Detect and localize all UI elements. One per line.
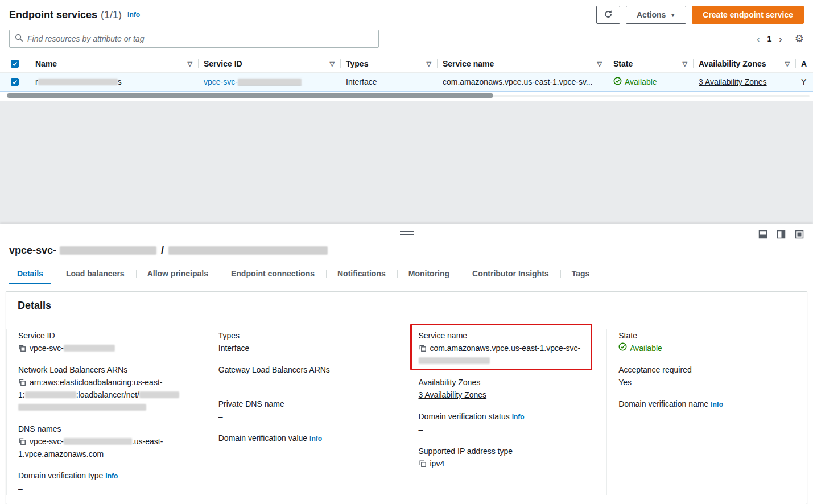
field-domain-verification-name: Domain verification name Info – bbox=[618, 398, 795, 423]
field-dns-names: DNS names vpce-svc-.us-east- 1.vpce.amaz… bbox=[18, 423, 195, 460]
refresh-icon bbox=[604, 10, 613, 20]
details-column-4: State Available Acceptance bbox=[606, 329, 807, 495]
next-page-button[interactable]: › bbox=[778, 33, 782, 44]
filter-icon[interactable]: ▽ bbox=[683, 60, 687, 68]
info-link[interactable]: Info bbox=[512, 413, 525, 421]
status-available-icon bbox=[613, 77, 622, 87]
tab-tags[interactable]: Tags bbox=[560, 263, 601, 284]
field-private-dns-name: Private DNS name – bbox=[218, 398, 395, 423]
create-endpoint-service-button[interactable]: Create endpoint service bbox=[692, 6, 804, 24]
table-header-row: Name ▽ Service ID ▽ Types ▽ Service name… bbox=[0, 55, 813, 73]
tab-allow-principals[interactable]: Allow principals bbox=[136, 263, 220, 284]
copy-icon[interactable] bbox=[419, 460, 427, 468]
tab-notifications[interactable]: Notifications bbox=[326, 263, 397, 284]
field-gateway-lb-arns: Gateway Load Balancers ARNs – bbox=[218, 363, 395, 389]
refresh-button[interactable] bbox=[596, 6, 620, 24]
status-available-icon bbox=[618, 342, 627, 354]
row-name-cell: rs bbox=[30, 77, 198, 86]
details-column-3: Service name com.amazonaws.vpce.us-east-… bbox=[407, 329, 607, 495]
filter-icon[interactable]: ▽ bbox=[330, 60, 335, 68]
column-header-service-id[interactable]: Service ID ▽ bbox=[198, 55, 340, 72]
chevron-down-icon: ▼ bbox=[670, 13, 675, 18]
horizontal-scrollbar[interactable] bbox=[0, 92, 813, 100]
filter-icon[interactable]: ▽ bbox=[785, 60, 790, 68]
status-badge: Available bbox=[625, 77, 657, 86]
details-card: Details Service ID vpce-svc- Network Loa… bbox=[6, 291, 807, 504]
row-service-name-cell: com.amazonaws.vpce.us-east-1.vpce-sv... bbox=[437, 77, 608, 86]
field-service-id: Service ID vpce-svc- bbox=[18, 329, 195, 354]
column-header-availability-zones[interactable]: Availability Zones ▽ bbox=[693, 55, 795, 72]
split-panel-drag-handle[interactable] bbox=[400, 231, 414, 235]
scrollbar-thumb[interactable] bbox=[7, 93, 493, 98]
column-header-name[interactable]: Name ▽ bbox=[30, 55, 198, 72]
column-header-clipped[interactable]: A bbox=[795, 55, 813, 72]
row-clipped-cell: Y bbox=[795, 77, 813, 86]
info-link[interactable]: Info bbox=[127, 11, 140, 19]
service-id-link[interactable]: vpce-svc- bbox=[204, 77, 302, 86]
previous-page-button[interactable]: ‹ bbox=[757, 33, 761, 44]
redacted-text bbox=[38, 79, 118, 85]
split-panel-layout-controls bbox=[758, 230, 804, 239]
copy-icon[interactable] bbox=[419, 344, 427, 352]
details-column-2: Types Interface Gateway Load Balancers A… bbox=[207, 329, 407, 495]
current-page[interactable]: 1 bbox=[767, 34, 771, 43]
field-service-name: Service name com.amazonaws.vpce.us-east-… bbox=[419, 329, 596, 367]
select-all-checkbox[interactable] bbox=[11, 60, 19, 68]
settings-gear-icon[interactable]: ⚙ bbox=[795, 32, 804, 45]
select-all-cell bbox=[0, 55, 30, 72]
filter-icon[interactable]: ▽ bbox=[188, 60, 192, 68]
field-nlb-arns: Network Load Balancers ARNs arn:aws:elas… bbox=[18, 363, 195, 414]
search-box[interactable] bbox=[9, 30, 379, 48]
search-icon bbox=[15, 34, 23, 44]
copy-icon[interactable] bbox=[18, 437, 26, 445]
row-service-id-cell: vpce-svc- bbox=[198, 77, 340, 86]
actions-button[interactable]: Actions ▼ bbox=[626, 6, 686, 24]
panel-window-layout-icon[interactable] bbox=[795, 230, 804, 239]
redacted-text bbox=[25, 391, 76, 398]
page-header: Endpoint services (1/1) Info Actions ▼ C… bbox=[0, 0, 813, 27]
detail-tabs: Details Load balancers Allow principals … bbox=[0, 263, 813, 284]
tab-endpoint-connections[interactable]: Endpoint connections bbox=[220, 263, 326, 284]
field-acceptance-required: Acceptance required Yes bbox=[618, 363, 795, 389]
availability-zones-link[interactable]: 3 Availability Zones bbox=[419, 390, 487, 399]
result-count: (1/1) bbox=[101, 9, 122, 21]
header-actions: Actions ▼ Create endpoint service bbox=[596, 6, 804, 24]
tab-monitoring[interactable]: Monitoring bbox=[397, 263, 461, 284]
copy-icon[interactable] bbox=[18, 378, 26, 386]
info-link[interactable]: Info bbox=[105, 472, 118, 480]
row-availability-zones-cell: 3 Availability Zones bbox=[693, 77, 795, 86]
availability-zones-link[interactable]: 3 Availability Zones bbox=[699, 77, 767, 86]
table-row[interactable]: rs vpce-svc- Interface com.amazonaws.vpc… bbox=[0, 73, 813, 92]
redacted-text bbox=[139, 391, 179, 398]
column-header-state[interactable]: State ▽ bbox=[608, 55, 693, 72]
selected-service-title: vpce-svc- / bbox=[0, 242, 813, 257]
panel-side-layout-icon[interactable] bbox=[777, 230, 786, 239]
split-panel-toolbar bbox=[0, 224, 813, 242]
tab-load-balancers[interactable]: Load balancers bbox=[55, 263, 136, 284]
filter-icon[interactable]: ▽ bbox=[597, 60, 602, 68]
search-input[interactable] bbox=[27, 34, 373, 43]
panel-bottom-layout-icon[interactable] bbox=[758, 230, 767, 239]
pagination: ‹ 1 › ⚙ bbox=[757, 32, 804, 45]
copy-icon[interactable] bbox=[18, 344, 26, 352]
tab-contributor-insights[interactable]: Contributor Insights bbox=[461, 263, 560, 284]
endpoint-services-section: Endpoint services (1/1) Info Actions ▼ C… bbox=[0, 0, 813, 101]
details-content: Service ID vpce-svc- Network Load Balanc… bbox=[6, 320, 807, 504]
field-supported-ip-type: Supported IP address type ipv4 bbox=[419, 445, 596, 470]
details-column-1: Service ID vpce-svc- Network Load Balanc… bbox=[6, 329, 207, 495]
redacted-text bbox=[18, 404, 146, 411]
field-domain-verification-type: Domain verification type Info – bbox=[18, 469, 195, 495]
redacted-text bbox=[64, 345, 115, 352]
redacted-text bbox=[419, 357, 490, 364]
column-header-service-name[interactable]: Service name ▽ bbox=[437, 55, 608, 72]
info-link[interactable]: Info bbox=[711, 400, 723, 408]
row-types-cell: Interface bbox=[340, 77, 437, 86]
row-checkbox[interactable] bbox=[11, 78, 19, 86]
column-header-types[interactable]: Types ▽ bbox=[340, 55, 437, 72]
split-panel: vpce-svc- / Details Load balancers Allow… bbox=[0, 224, 813, 504]
tab-details[interactable]: Details bbox=[6, 263, 55, 284]
info-link[interactable]: Info bbox=[309, 435, 322, 443]
filter-icon[interactable]: ▽ bbox=[427, 60, 431, 68]
row-select-cell bbox=[0, 78, 30, 86]
status-badge: Available bbox=[630, 342, 662, 354]
